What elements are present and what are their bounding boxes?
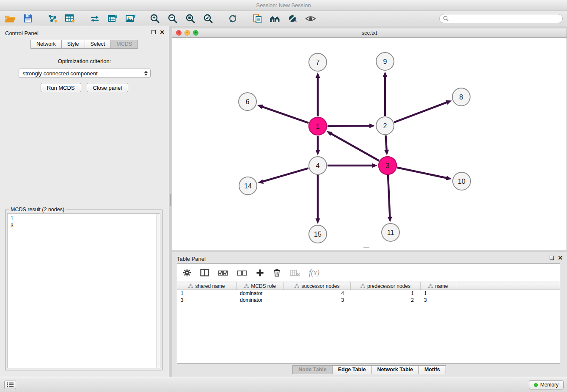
memory-button[interactable]: Memory [529, 380, 564, 389]
graph-edge-3-10[interactable] [397, 168, 447, 178]
close-table-panel-icon[interactable]: ✕ [558, 255, 563, 260]
graph-edge-3-11[interactable] [388, 175, 390, 217]
graph-node-label: 1 [316, 123, 320, 130]
column-header-predecessor-nodes[interactable]: predecessor nodes [351, 282, 421, 290]
graph-edge-arrow-icon [384, 150, 389, 155]
run-mcds-button[interactable]: Run MCDS [41, 83, 81, 92]
delete-column-icon [290, 269, 300, 276]
mcds-result-item[interactable]: 1 [11, 215, 160, 222]
table-cell[interactable]: 3 [177, 297, 237, 304]
mcds-panel: Optimization criterion: strongly connect… [0, 58, 169, 92]
optimization-criterion-label: Optimization criterion: [0, 58, 169, 64]
mcds-result-list[interactable]: 13 [7, 213, 160, 368]
close-panel-icon[interactable]: ✕ [160, 30, 165, 35]
mcds-result-item[interactable]: 3 [11, 222, 160, 229]
save-session-button[interactable] [22, 13, 34, 25]
copy-annotation-button[interactable] [251, 13, 263, 25]
network-arrows-button[interactable] [89, 13, 101, 25]
visual-properties-button[interactable] [287, 13, 299, 25]
graph-edge-1-2[interactable] [328, 126, 370, 126]
table-cell[interactable]: 2 [351, 297, 421, 304]
graph-edge-2-3[interactable] [385, 135, 386, 150]
search-field[interactable] [439, 14, 563, 23]
memory-status-icon [534, 383, 538, 387]
table-cell[interactable]: 4 [284, 290, 351, 297]
close-window-button[interactable]: ✕ [176, 30, 182, 36]
graph-edge-arrow-icon [383, 72, 388, 77]
function-builder-button[interactable]: f(x) [309, 268, 319, 277]
export-table-button[interactable] [107, 13, 118, 25]
home-layout-button[interactable] [269, 13, 281, 25]
table-row[interactable]: 1dominator411 [177, 290, 560, 297]
tab-select[interactable]: Select [85, 40, 111, 49]
zoom-selected-button[interactable] [202, 13, 214, 25]
close-panel-button[interactable]: Close panel [87, 83, 129, 92]
graph-node-label: 3 [386, 162, 390, 169]
refresh-view-button[interactable] [227, 13, 239, 25]
float-table-panel-icon[interactable] [550, 256, 554, 260]
resize-grip-icon[interactable] [363, 247, 369, 249]
show-hide-button[interactable] [305, 13, 317, 25]
memory-label: Memory [540, 382, 559, 388]
control-panel-header: Control Panel ✕ [0, 26, 169, 39]
import-network-button[interactable] [47, 13, 58, 25]
table-cell[interactable]: 1 [421, 290, 456, 297]
tab-style[interactable]: Style [61, 40, 85, 49]
table-row[interactable]: 3dominator323 [177, 297, 560, 304]
graph-edge-2-8[interactable] [394, 102, 447, 122]
graph-edge-3-1[interactable] [331, 134, 379, 161]
table-cell[interactable]: dominator [237, 297, 284, 304]
column-header-successor-nodes[interactable]: successor nodes [284, 282, 351, 290]
tab-node-table[interactable]: Node Table [292, 365, 332, 374]
float-panel-icon[interactable] [151, 30, 156, 34]
table-toolbar: f(x) [177, 264, 560, 282]
table-cell[interactable]: 1 [351, 290, 421, 297]
network-window-titlebar[interactable]: ✕ − + scc.txt [172, 28, 567, 38]
delete-columns-button[interactable] [290, 269, 300, 276]
zoom-out-button[interactable] [167, 13, 179, 25]
list-icon [7, 382, 14, 387]
graph-node-label: 9 [383, 58, 387, 65]
tab-network-table[interactable]: Network Table [371, 365, 419, 374]
table-cell[interactable]: dominator [237, 290, 284, 297]
table-cell[interactable]: 3 [284, 297, 351, 304]
tab-mcds[interactable]: MCDS [110, 40, 138, 49]
zoom-fit-icon [185, 14, 195, 24]
panel-menu-button[interactable] [4, 381, 16, 389]
tab-motifs[interactable]: Motifs [418, 365, 446, 374]
zoom-in-button[interactable] [149, 13, 161, 25]
select-all-button[interactable] [218, 270, 228, 276]
minimize-window-button[interactable]: − [184, 30, 190, 36]
table-cell[interactable]: 1 [177, 290, 237, 297]
tab-edge-table[interactable]: Edge Table [332, 365, 372, 374]
network-canvas[interactable]: 1234678910111415 [172, 38, 567, 250]
result-scrollbar[interactable] [156, 214, 160, 368]
graph-edge-arrow-icon [316, 150, 320, 155]
search-input[interactable] [451, 15, 559, 22]
visual-properties-icon [288, 14, 298, 23]
delete-rows-button[interactable] [273, 268, 281, 277]
optimization-criterion-select[interactable]: strongly connected component [19, 69, 151, 78]
maximize-window-button[interactable]: + [193, 30, 198, 36]
column-header-name[interactable]: name [421, 282, 456, 290]
graph-edge-arrow-icon [446, 100, 451, 105]
tab-network[interactable]: Network [30, 40, 62, 49]
window-titlebar: Session: New Session [0, 0, 567, 11]
graph-edge-arrow-icon [372, 163, 377, 168]
graph-edge-4-14[interactable] [263, 168, 308, 182]
import-table-button[interactable] [64, 13, 76, 25]
add-row-button[interactable] [256, 269, 264, 277]
graph-node-label: 4 [316, 162, 320, 169]
export-image-button[interactable] [124, 13, 136, 25]
open-session-button[interactable] [4, 13, 16, 25]
graph-edge-1-6[interactable] [262, 107, 308, 123]
table-settings-button[interactable] [183, 268, 191, 277]
divider-scroll-thumb[interactable] [170, 194, 171, 206]
table-cell[interactable]: 3 [421, 297, 456, 304]
zoom-in-icon [150, 14, 160, 24]
toggle-column-display-button[interactable] [200, 269, 209, 276]
column-header-shared-name[interactable]: shared name [177, 282, 237, 290]
deselect-all-button[interactable] [237, 270, 247, 276]
zoom-fit-button[interactable] [184, 13, 196, 25]
column-header-mcds-role[interactable]: MCDS role [237, 282, 284, 290]
